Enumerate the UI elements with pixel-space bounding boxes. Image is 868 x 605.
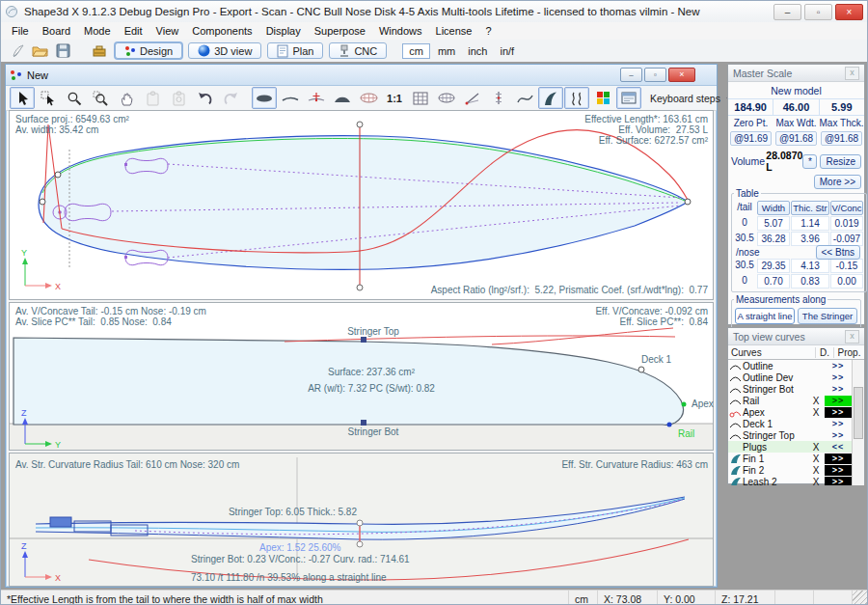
display-header[interactable]: D.: [816, 347, 834, 358]
prop-toggle[interactable]: >>: [825, 465, 852, 476]
prop-toggle[interactable]: >>: [825, 407, 852, 418]
stringer-top-handle[interactable]: [361, 337, 366, 343]
length-value[interactable]: 184.90: [728, 99, 773, 116]
vconc-cell[interactable]: 0.019: [830, 216, 863, 231]
unit-inf[interactable]: in/f: [495, 44, 519, 58]
minimize-button[interactable]: –: [773, 4, 801, 20]
slice-indicator-bottom-handle[interactable]: [357, 541, 363, 547]
curves-header[interactable]: Curves: [728, 347, 816, 358]
curve-row-rail[interactable]: Rail X >>: [728, 395, 864, 406]
doc-close-button[interactable]: ×: [668, 68, 695, 82]
measure-angle-icon[interactable]: [460, 87, 485, 109]
curve-row-stringer-bot[interactable]: Stringer Bot >>: [728, 383, 864, 395]
cnc-button[interactable]: CNC: [329, 42, 387, 59]
rail-point[interactable]: [667, 423, 672, 427]
width-cell[interactable]: 36.28: [757, 232, 790, 246]
apex-point[interactable]: [682, 402, 687, 407]
vconc-cell[interactable]: -0.15: [830, 259, 863, 273]
stringer-button[interactable]: The Stringer: [798, 308, 857, 324]
thickness-cell[interactable]: 0.83: [791, 274, 829, 289]
outline-control-point[interactable]: [40, 199, 45, 205]
prop-toggle[interactable]: >>: [825, 419, 852, 429]
prop-toggle[interactable]: >>: [825, 396, 852, 406]
board-outline-curve[interactable]: [39, 136, 688, 270]
curve-row-outline-dev[interactable]: Outline Dev >>: [728, 371, 864, 383]
stringer-bot-handle[interactable]: [361, 420, 366, 426]
cursor-select-icon[interactable]: [36, 87, 61, 109]
menu-windows[interactable]: Windows: [372, 23, 429, 39]
finbox-solid[interactable]: [50, 517, 71, 527]
curve-row-leash[interactable]: Leash 2 X >>: [728, 476, 864, 485]
menu-superpose[interactable]: Superpose: [308, 23, 372, 39]
width-column-header[interactable]: Width: [757, 201, 790, 215]
master-scale-close-icon[interactable]: x: [845, 67, 859, 80]
unit-inch[interactable]: inch: [463, 44, 492, 58]
slice-handle-top[interactable]: [357, 122, 363, 127]
menu-license[interactable]: License: [429, 23, 479, 39]
menu-view[interactable]: View: [149, 23, 186, 39]
paste-values-icon[interactable]: [166, 87, 191, 109]
prop-header[interactable]: Prop.: [834, 347, 864, 358]
measure-axis-icon[interactable]: [486, 87, 511, 109]
resize-button[interactable]: Resize: [820, 154, 861, 169]
menu-components[interactable]: Components: [185, 23, 258, 39]
prop-toggle[interactable]: >>: [825, 372, 852, 383]
slice-outline-curve[interactable]: [14, 338, 683, 425]
curve-row-apex[interactable]: Apex X >>: [728, 406, 864, 418]
vconc-cell[interactable]: 0.00: [830, 274, 863, 289]
thickness-value[interactable]: 5.99: [820, 99, 864, 116]
vconc-cell[interactable]: -0.097: [830, 232, 863, 246]
outline-control-point[interactable]: [55, 172, 61, 178]
pan-hand-icon[interactable]: [114, 87, 139, 109]
zero-pt-position[interactable]: @91.69: [730, 131, 772, 146]
redo-icon[interactable]: [218, 87, 243, 109]
zoom-icon[interactable]: [62, 87, 87, 109]
close-button[interactable]: ×: [835, 4, 863, 20]
save-icon[interactable]: [53, 41, 73, 60]
menu-edit[interactable]: Edit: [118, 23, 149, 39]
export-icon[interactable]: [89, 41, 109, 60]
straight-line-button[interactable]: A straight line: [735, 308, 795, 324]
curve-row-fin-2[interactable]: Fin 2 X >>: [728, 464, 864, 476]
properties-panel-icon[interactable]: [616, 87, 641, 109]
deck-control-point[interactable]: [638, 367, 644, 372]
stringer-curves-icon[interactable]: [564, 87, 589, 109]
doc-restore-button[interactable]: ▫: [644, 68, 666, 82]
unit-mm[interactable]: mm: [433, 44, 460, 58]
curve-tool-icon[interactable]: [512, 87, 537, 109]
max-thck-position[interactable]: @91.68: [821, 131, 862, 146]
menu-display[interactable]: Display: [259, 23, 308, 39]
curve-row-stringer-top[interactable]: Stringer Top >>: [728, 429, 864, 441]
thickness-column-header[interactable]: Thic. Str: [791, 201, 829, 215]
cursor-tool-icon[interactable]: [10, 87, 35, 109]
prop-toggle[interactable]: >>: [825, 454, 852, 464]
thickness-cell[interactable]: 4.13: [791, 259, 829, 273]
slice-handle-bottom[interactable]: [357, 285, 363, 290]
thickness-cell[interactable]: 3.96: [791, 232, 829, 246]
resize-grip[interactable]: [852, 591, 867, 605]
curves-scrollbar[interactable]: [852, 360, 864, 485]
width-cell[interactable]: 5.07: [757, 216, 790, 231]
curve-row-deck[interactable]: Deck 1 >>: [728, 418, 864, 429]
width-value[interactable]: 46.00: [773, 99, 819, 116]
menu-mode[interactable]: Mode: [77, 23, 118, 39]
slice-indicator-top-handle[interactable]: [357, 520, 363, 526]
unit-cm[interactable]: cm: [402, 43, 430, 59]
doc-minimize-button[interactable]: –: [620, 68, 642, 82]
paste-shape-icon[interactable]: [140, 87, 165, 109]
master-scale-header[interactable]: Master Scale x: [728, 65, 864, 82]
width-cell[interactable]: 29.35: [757, 259, 790, 273]
grid-icon[interactable]: [408, 87, 433, 109]
menu-board[interactable]: Board: [36, 23, 77, 39]
prop-toggle[interactable]: >>: [825, 477, 852, 486]
view-outline-icon[interactable]: [252, 87, 277, 109]
curves-panel-header[interactable]: Top view curves x: [728, 328, 864, 345]
prop-toggle[interactable]: >>: [825, 384, 852, 395]
max-wdt-position[interactable]: @91.68: [775, 131, 817, 146]
menu-file[interactable]: File: [5, 23, 36, 39]
zoom-area-icon[interactable]: [88, 87, 113, 109]
maximize-button[interactable]: ▫: [804, 4, 832, 20]
thickness-cell[interactable]: 1.14: [791, 216, 829, 231]
star-button[interactable]: *: [802, 154, 817, 169]
curve-row-plugs[interactable]: Plugs X <<: [728, 441, 864, 453]
